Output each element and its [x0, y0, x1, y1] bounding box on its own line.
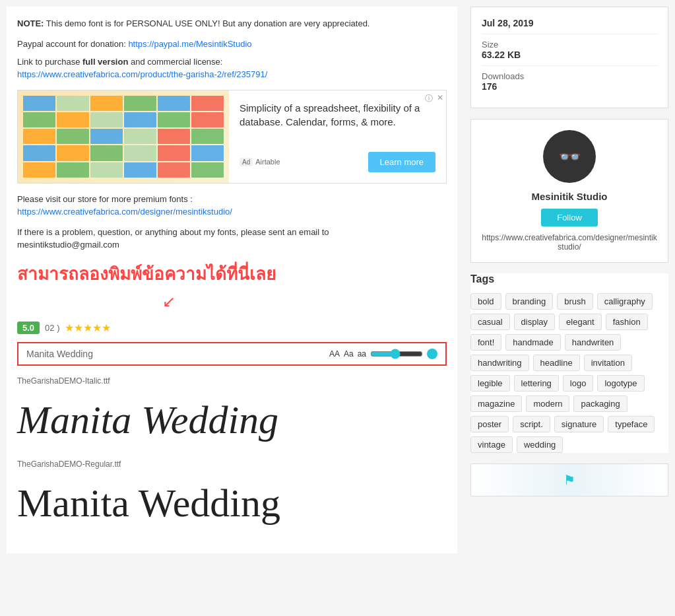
tag-item[interactable]: logo [563, 375, 594, 392]
ad-cell [191, 129, 224, 144]
tag-item[interactable]: brush [557, 293, 593, 310]
note-bold: NOTE: [17, 18, 44, 28]
purchase-link[interactable]: https://www.creativefabrica.com/product/… [17, 69, 447, 79]
ad-cell [191, 145, 224, 160]
rating-score: 5.0 [17, 322, 40, 334]
ad-cell [124, 112, 156, 127]
purchase-bold: full version [82, 57, 128, 67]
ad-cell [191, 96, 224, 111]
size-label: Size [482, 40, 657, 50]
font-regular-preview: Manita Wedding [17, 474, 447, 532]
ad-cell [23, 129, 55, 144]
ad-cell [23, 96, 55, 111]
avatar-symbol: 👓 [558, 146, 581, 168]
designer-name: Mesinitik Studio [482, 191, 657, 202]
ad-cell [158, 145, 190, 160]
tag-item[interactable]: casual [470, 314, 510, 330]
tag-item[interactable]: invitation [584, 355, 632, 371]
italic-preview-text: Manita Wedding [17, 398, 278, 442]
size-row: Size 63.22 KB [482, 40, 657, 60]
tag-item[interactable]: bold [470, 293, 501, 310]
tag-item[interactable]: lettering [514, 375, 559, 392]
downloads-value: 176 [482, 81, 657, 92]
ad-cell [57, 145, 89, 160]
tag-item[interactable]: font! [470, 334, 501, 351]
learn-more-button[interactable]: Learn more [368, 152, 435, 172]
designer-link: https://www.creativefabrica.com/designer… [482, 233, 657, 252]
ad-cell [158, 112, 190, 127]
font-italic-filename: TheGarishaDEMO-Italic.ttf [17, 376, 447, 386]
follow-button[interactable]: Follow [541, 209, 598, 226]
ad-banner: Simplicity of a spreadsheet, flexibility… [17, 90, 447, 184]
tags-title: Tags [470, 273, 668, 285]
ad-cell [124, 162, 156, 178]
tag-item[interactable]: script. [513, 416, 550, 432]
ad-footer: Ad Airtable Learn more [240, 152, 435, 172]
ad-cell [57, 162, 89, 178]
tag-item[interactable]: magazine [470, 395, 522, 412]
ad-cell [23, 162, 55, 178]
info-icon[interactable]: ⓘ [425, 93, 433, 104]
tag-item[interactable]: branding [505, 293, 554, 310]
ad-cell [90, 162, 123, 178]
tag-item[interactable]: vintage [470, 436, 513, 453]
purchase-line: Link to purchase full version and commer… [17, 57, 447, 67]
size-value: 63.22 KB [482, 50, 657, 60]
tag-item[interactable]: elegant [559, 314, 602, 330]
problem-text: If there is a problem, question, or anyt… [17, 227, 447, 237]
paypal-line: Paypal account for donation: https://pay… [17, 39, 447, 49]
ad-cell [124, 129, 156, 144]
tag-item[interactable]: wedding [517, 436, 563, 453]
sidebar-meta: Jul 28, 2019 Size 63.22 KB Downloads 176 [470, 7, 668, 108]
tag-item[interactable]: handmade [505, 334, 560, 351]
ad-spreadsheet-graphic [18, 90, 229, 183]
rating-row: 5.0 02 ) ★★★★★ [17, 322, 447, 334]
downloads-label: Downloads [482, 71, 657, 81]
ad-cell [23, 112, 55, 127]
date-row: Jul 28, 2019 [482, 18, 657, 28]
size-slider[interactable] [370, 349, 423, 359]
ad-cell [124, 96, 156, 111]
tag-item[interactable]: display [514, 314, 555, 330]
ad-headline: Simplicity of a spreadsheet, flexibility… [240, 101, 435, 129]
tag-item[interactable]: typeface [608, 416, 655, 432]
tag-item[interactable]: modern [526, 395, 569, 412]
ad-cell [90, 129, 123, 144]
ad-cell [191, 112, 224, 127]
star-rating[interactable]: ★★★★★ [65, 322, 111, 334]
paypal-link[interactable]: https://paypal.me/MesintikStudio [128, 39, 251, 49]
ad-badge: Ad Airtable [240, 158, 280, 166]
ad-cell [23, 145, 55, 160]
purchase-label2: and commercial license: [131, 57, 222, 67]
size-controls: AA Aa aa [324, 349, 443, 359]
tag-item[interactable]: logotype [597, 375, 644, 392]
tag-item[interactable]: packaging [573, 395, 627, 412]
tag-item[interactable]: handwriten [565, 334, 622, 351]
tag-item[interactable]: signature [554, 416, 604, 432]
tag-item[interactable]: handwriting [470, 355, 529, 371]
ad-cell [90, 112, 123, 127]
downloads-row: Downloads 176 [482, 71, 657, 92]
size-small-btn[interactable]: aa [358, 349, 366, 359]
tag-item[interactable]: legible [470, 375, 510, 392]
ad-text-area: Simplicity of a spreadsheet, flexibility… [229, 90, 446, 183]
ad-banner-bottom: ⚑ [470, 463, 668, 496]
tag-item[interactable]: fashion [606, 314, 648, 330]
thai-overlay-text: สามารถลองพิมพ์ข้อความได้ที่นี่เลย [17, 260, 447, 287]
note-paragraph: NOTE: This demo font is for PERSONAL USE… [17, 17, 447, 31]
size-medium-btn[interactable]: Aa [344, 349, 354, 359]
ad-cell [57, 129, 89, 144]
size-large-btn[interactable]: AA [329, 349, 340, 359]
ad-cell [90, 145, 123, 160]
ad-cell [124, 145, 156, 160]
visit-link[interactable]: https://www.creativefabrica.com/designer… [17, 207, 447, 217]
close-icon[interactable]: ✕ [437, 93, 443, 102]
tag-item[interactable]: poster [470, 416, 509, 432]
date-value: Jul 28, 2019 [482, 18, 534, 28]
ad-cell [57, 112, 89, 127]
tag-item[interactable]: calligraphy [597, 293, 653, 310]
paypal-label: Paypal account for donation: [17, 39, 128, 49]
tag-item[interactable]: headline [533, 355, 580, 371]
purchase-label: Link to purchase [17, 57, 82, 67]
font-preview-input[interactable] [21, 346, 324, 362]
